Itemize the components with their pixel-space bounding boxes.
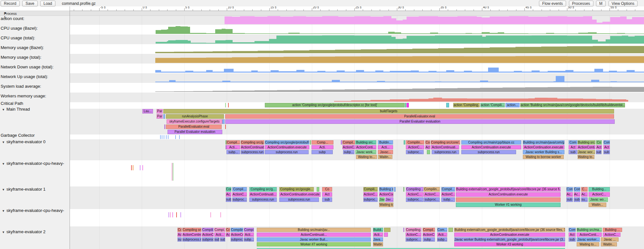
trace-block[interactable]: Building src/main/jav... bbox=[257, 228, 371, 232]
collapse-arrow-icon[interactable]: ▼ bbox=[2, 162, 5, 165]
trace-block[interactable]: Waitin... bbox=[373, 242, 383, 246]
trace-block[interactable]: Waiting to... bbox=[356, 155, 377, 159]
trace-block[interactable]: ActionContinuation.execute bbox=[265, 145, 309, 149]
trace-block[interactable]: Compiling src/g... bbox=[241, 140, 264, 144]
trace-block[interactable]: ActionConti... bbox=[355, 145, 376, 149]
trace-block[interactable]: Compiling ... bbox=[231, 228, 243, 232]
trace-block[interactable]: Com bbox=[226, 187, 231, 192]
collapse-arrow-icon[interactable]: ▼ bbox=[2, 188, 5, 191]
trace-block[interactable]: Act bbox=[603, 145, 610, 149]
trace-block[interactable]: Act bbox=[569, 145, 577, 149]
trace-block[interactable]: Acti... bbox=[226, 145, 240, 149]
trace-block[interactable] bbox=[427, 150, 430, 154]
instant-event-tick[interactable] bbox=[140, 165, 140, 170]
trace-block[interactable] bbox=[222, 119, 225, 124]
instant-event-tick[interactable] bbox=[225, 103, 226, 107]
trace-block[interactable]: Parallel Evaluator evaluation bbox=[168, 130, 222, 134]
trace-block[interactable]: subp bbox=[312, 150, 333, 154]
instant-event-tick[interactable] bbox=[131, 165, 132, 170]
instant-event-tick[interactable] bbox=[173, 163, 173, 181]
instant-event-tick[interactable] bbox=[172, 163, 172, 181]
collapse-arrow-icon[interactable]: ▼ bbox=[2, 108, 5, 111]
view-options-button[interactable]: View Options bbox=[609, 1, 638, 6]
trace-block[interactable]: Acti... bbox=[378, 145, 393, 149]
trace-block[interactable]: Waiting to... bbox=[578, 155, 594, 159]
trace-block[interactable] bbox=[448, 228, 453, 232]
trace-block[interactable]: Compiling src/google... bbox=[279, 187, 314, 192]
trace-block[interactable]: sub bbox=[214, 237, 219, 242]
trace-block[interactable]: Compilin... bbox=[424, 187, 440, 192]
trace-block[interactable]: Building src/main/java/com/go... bbox=[523, 140, 564, 144]
trace-block[interactable]: Javac wor... bbox=[578, 150, 595, 154]
trace-block[interactable]: Com bbox=[566, 187, 573, 192]
trace-block[interactable]: ActionC... bbox=[342, 145, 355, 149]
trace-block[interactable]: Javac worker Buil... bbox=[257, 237, 371, 242]
trace-block[interactable]: Acti... bbox=[244, 233, 254, 237]
trace-block[interactable]: Building external/com_google_protobuf/ja… bbox=[454, 228, 565, 232]
trace-block[interactable]: ActionContinuati... bbox=[249, 192, 277, 197]
trace-block[interactable]: subproc... bbox=[406, 150, 424, 154]
trace-block[interactable]: ActionC... bbox=[423, 233, 435, 237]
instant-event-tick[interactable] bbox=[162, 135, 162, 139]
trace-block[interactable]: sub bbox=[574, 197, 580, 202]
trace-block[interactable] bbox=[317, 187, 319, 192]
trace-block[interactable]: Com bbox=[226, 228, 230, 232]
trace-block[interactable] bbox=[403, 228, 404, 232]
processes-button[interactable]: Processes bbox=[569, 1, 593, 6]
trace-block[interactable]: ActionContinuati... bbox=[241, 145, 264, 149]
time-ruler[interactable]: -5 s0 s5 s10 s15 s20 s25 s30 s35 s40 s45… bbox=[70, 6, 644, 11]
trace-block[interactable]: subproc... bbox=[406, 197, 423, 202]
trace-block[interactable]: Waitin... bbox=[601, 242, 617, 246]
instant-event-tick[interactable] bbox=[166, 135, 167, 139]
trace-block[interactable]: subprocess.run bbox=[241, 150, 264, 154]
trace-block[interactable]: subp... bbox=[437, 237, 447, 242]
instant-event-tick[interactable] bbox=[170, 212, 171, 217]
instant-event-tick[interactable] bbox=[160, 135, 161, 139]
instant-event-tick[interactable] bbox=[175, 135, 176, 139]
trace-block[interactable]: C... bbox=[581, 187, 588, 192]
trace-block[interactable]: Buildin... bbox=[378, 140, 393, 144]
track-label-skyframe-evaluator-cpu-heavy-[interactable]: ▼skyframe-evaluator-cpu-heavy- bbox=[2, 161, 64, 166]
save-button[interactable]: Save bbox=[22, 1, 37, 6]
trace-block[interactable]: Acti... bbox=[437, 233, 447, 237]
trace-block[interactable]: buildTargets bbox=[163, 109, 614, 114]
trace-block[interactable]: Building src/ma... bbox=[577, 228, 602, 232]
trace-block[interactable]: ActionConti... bbox=[578, 145, 595, 149]
trace-block[interactable]: Ac... bbox=[226, 192, 231, 197]
trace-block[interactable]: sub bbox=[569, 237, 576, 242]
trace-block[interactable]: Act bbox=[226, 233, 230, 237]
instant-event-tick[interactable] bbox=[220, 212, 221, 217]
trace-block[interactable]: Building src... bbox=[578, 140, 595, 144]
trace-block[interactable] bbox=[404, 140, 405, 144]
trace-block[interactable]: ActionC... bbox=[232, 192, 247, 197]
trace-block[interactable]: Com bbox=[178, 228, 182, 232]
trace-block[interactable]: Javac worker... bbox=[577, 237, 600, 242]
trace-block[interactable] bbox=[341, 140, 342, 144]
trace-block[interactable] bbox=[163, 114, 165, 119]
trace-block[interactable]: Com bbox=[569, 140, 577, 144]
trace-block[interactable]: subprocess.run bbox=[279, 197, 319, 202]
trace-block[interactable]: sub bbox=[178, 237, 182, 242]
trace-block[interactable]: Comp... bbox=[312, 140, 333, 144]
instant-event-tick[interactable] bbox=[225, 124, 226, 129]
instant-event-tick[interactable] bbox=[164, 135, 164, 139]
trace-block[interactable]: Co bbox=[322, 187, 332, 192]
track-label-skyframe-evaluator-1[interactable]: ▼skyframe-evaluator 1 bbox=[2, 187, 45, 192]
trace-block[interactable]: Waiting to... bbox=[577, 242, 599, 246]
collapse-arrow-icon[interactable]: ▼ bbox=[2, 141, 5, 144]
metadata-button[interactable]: M bbox=[596, 1, 606, 6]
trace-block[interactable]: ActionContinuati... bbox=[257, 233, 371, 237]
instant-event-tick[interactable] bbox=[168, 135, 168, 139]
collapse-arrow-icon[interactable]: ▼ bbox=[2, 231, 5, 234]
trace-block[interactable] bbox=[405, 103, 406, 107]
trace-block[interactable]: Buildi... bbox=[373, 228, 383, 232]
trace-block[interactable]: ActionC... bbox=[589, 192, 610, 197]
trace-block[interactable]: sub bbox=[226, 197, 231, 202]
trace-block[interactable]: subprocess.run bbox=[432, 150, 459, 154]
trace-block[interactable]: Compil... bbox=[423, 228, 435, 232]
trace-block[interactable]: Com bbox=[603, 140, 610, 144]
instant-event-tick[interactable] bbox=[172, 212, 173, 217]
trace-block[interactable]: Co bbox=[425, 140, 430, 144]
trace-block[interactable]: subp... bbox=[343, 150, 354, 154]
trace-block[interactable]: Waiting to... bbox=[379, 203, 393, 207]
